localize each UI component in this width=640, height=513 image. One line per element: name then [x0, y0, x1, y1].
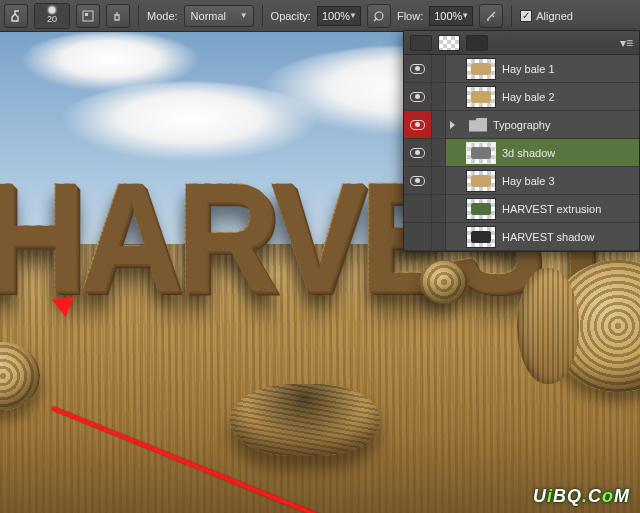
- layer-thumbnail[interactable]: [466, 86, 496, 108]
- lock-slot[interactable]: [432, 83, 446, 110]
- eye-icon: [410, 120, 425, 130]
- filter-swatch[interactable]: [466, 35, 488, 51]
- layer-row-hay-bale-3[interactable]: Hay bale 3: [404, 167, 639, 195]
- lock-slot[interactable]: [432, 139, 446, 166]
- brush-preset-picker[interactable]: 20: [34, 3, 70, 29]
- layer-thumbnail[interactable]: [466, 170, 496, 192]
- layer-row-harvest-shadow[interactable]: HARVEST shadow: [404, 223, 639, 251]
- hay-bale: [548, 260, 640, 392]
- opacity-label: Opacity:: [271, 10, 311, 22]
- options-bar: 20 Mode: Normal Opacity: 100% Flow: 100%…: [0, 0, 640, 32]
- filter-swatch[interactable]: [410, 35, 432, 51]
- lock-slot[interactable]: [432, 195, 446, 222]
- layer-thumbnail[interactable]: [466, 142, 496, 164]
- visibility-toggle[interactable]: [404, 83, 432, 110]
- airbrush-icon[interactable]: [479, 4, 503, 28]
- layers-panel-header: ▾≡: [404, 31, 639, 55]
- clone-stamp-tool-icon[interactable]: [4, 4, 28, 28]
- lock-slot[interactable]: [432, 167, 446, 194]
- visibility-toggle[interactable]: [404, 167, 432, 194]
- opacity-field[interactable]: 100%: [317, 6, 361, 26]
- visibility-toggle[interactable]: [404, 111, 432, 138]
- folder-icon: [469, 118, 487, 132]
- layer-label: Typography: [493, 119, 639, 131]
- clone-source-panel-icon[interactable]: [106, 4, 130, 28]
- mode-label: Mode:: [147, 10, 178, 22]
- layer-label: HARVEST shadow: [502, 231, 639, 243]
- hay-bowl: [230, 384, 380, 456]
- lock-slot[interactable]: [432, 223, 446, 250]
- toggle-brush-panel-icon[interactable]: [76, 4, 100, 28]
- panel-menu-icon[interactable]: ▾≡: [620, 36, 633, 50]
- layer-label: Hay bale 2: [502, 91, 639, 103]
- svg-point-3: [487, 19, 489, 21]
- layer-row-typography-group[interactable]: Typography: [404, 111, 639, 139]
- opacity-pressure-icon[interactable]: [367, 4, 391, 28]
- layer-row-hay-bale-2[interactable]: Hay bale 2: [404, 83, 639, 111]
- chevron-right-icon[interactable]: [450, 121, 459, 129]
- aligned-checkbox[interactable]: ✓ Aligned: [520, 10, 573, 22]
- brush-size-value: 20: [47, 14, 57, 24]
- layer-label: 3d shadow: [502, 147, 639, 159]
- visibility-toggle[interactable]: [404, 55, 432, 82]
- eye-icon: [410, 64, 425, 74]
- lock-slot[interactable]: [432, 111, 446, 138]
- layer-thumbnail[interactable]: [466, 198, 496, 220]
- eye-icon: [410, 92, 425, 102]
- layer-row-3d-shadow[interactable]: 3d shadow: [404, 139, 639, 167]
- sky-cloud: [20, 32, 200, 92]
- lock-slot[interactable]: [432, 55, 446, 82]
- layer-thumbnail[interactable]: [466, 226, 496, 248]
- hay-bale: [420, 260, 468, 304]
- layer-thumbnail[interactable]: [466, 58, 496, 80]
- flow-label: Flow:: [397, 10, 423, 22]
- flow-field[interactable]: 100%: [429, 6, 473, 26]
- filter-swatch[interactable]: [438, 35, 460, 51]
- eye-icon: [410, 176, 425, 186]
- layer-label: HARVEST extrusion: [502, 203, 639, 215]
- watermark: UiBQ.CoM: [533, 486, 630, 507]
- eye-icon: [410, 148, 425, 158]
- blend-mode-select[interactable]: Normal: [184, 5, 254, 27]
- layers-panel: ▾≡ Hay bale 1 Hay bale 2 Typography 3d s…: [403, 30, 640, 252]
- layer-row-harvest-extrusion[interactable]: HARVEST extrusion: [404, 195, 639, 223]
- visibility-toggle[interactable]: [404, 139, 432, 166]
- visibility-toggle[interactable]: [404, 195, 432, 222]
- aligned-label: Aligned: [536, 10, 573, 22]
- layer-row-hay-bale-1[interactable]: Hay bale 1: [404, 55, 639, 83]
- layer-label: Hay bale 1: [502, 63, 639, 75]
- visibility-toggle[interactable]: [404, 223, 432, 250]
- layer-label: Hay bale 3: [502, 175, 639, 187]
- svg-rect-1: [85, 13, 88, 16]
